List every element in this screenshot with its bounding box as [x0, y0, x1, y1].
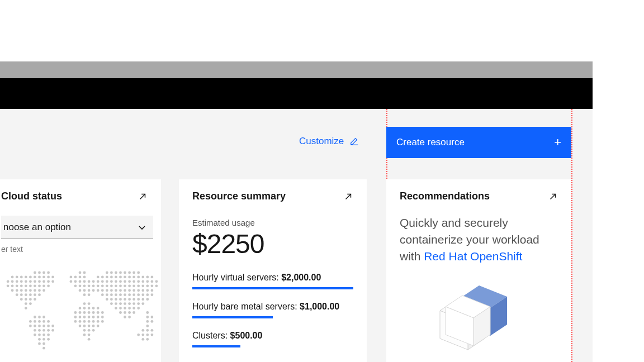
customize-button[interactable]: Customize — [299, 136, 359, 147]
svg-point-40 — [151, 276, 154, 279]
svg-point-157 — [137, 298, 140, 301]
svg-point-44 — [20, 280, 23, 283]
svg-point-155 — [128, 298, 131, 301]
svg-point-124 — [146, 289, 149, 292]
svg-point-164 — [110, 302, 113, 305]
svg-point-116 — [110, 289, 113, 292]
svg-point-134 — [101, 293, 104, 296]
svg-point-241 — [83, 329, 86, 332]
svg-point-230 — [79, 325, 82, 327]
svg-point-28 — [97, 276, 100, 279]
status-select[interactable]: noose an option — [1, 216, 153, 239]
svg-point-212 — [38, 320, 41, 323]
svg-point-77 — [29, 284, 32, 287]
external-link-icon[interactable] — [343, 192, 353, 202]
svg-point-38 — [141, 276, 144, 279]
svg-point-119 — [124, 289, 126, 292]
svg-point-227 — [42, 325, 45, 327]
svg-point-89 — [106, 284, 108, 287]
svg-point-32 — [115, 276, 117, 279]
svg-point-26 — [79, 276, 82, 279]
svg-point-81 — [47, 284, 50, 287]
recommendations-card: Recommendations Quickly and securely con… — [386, 179, 571, 362]
svg-point-31 — [110, 276, 113, 279]
svg-point-236 — [34, 329, 36, 332]
plus-icon: + — [554, 135, 561, 150]
svg-point-90 — [110, 284, 113, 287]
card-title: Cloud status — [1, 190, 62, 202]
svg-point-185 — [79, 311, 82, 314]
recommendation-link[interactable]: Red Hat OpenShift — [424, 250, 522, 263]
svg-point-10 — [124, 272, 126, 274]
svg-point-144 — [146, 293, 149, 296]
svg-point-245 — [146, 329, 149, 332]
svg-point-87 — [97, 284, 100, 287]
svg-point-64 — [124, 280, 126, 283]
svg-point-261 — [141, 338, 144, 341]
svg-point-147 — [25, 298, 27, 301]
svg-point-182 — [132, 307, 135, 309]
svg-point-63 — [119, 280, 122, 283]
svg-point-235 — [146, 325, 149, 327]
svg-point-7 — [110, 272, 113, 274]
svg-point-216 — [79, 320, 82, 323]
svg-point-51 — [51, 280, 54, 283]
svg-point-52 — [70, 280, 73, 283]
svg-point-263 — [38, 342, 41, 345]
svg-point-24 — [70, 276, 73, 279]
svg-point-262 — [146, 338, 149, 341]
svg-point-48 — [38, 280, 41, 283]
svg-point-239 — [47, 329, 50, 332]
svg-point-30 — [106, 276, 108, 279]
svg-point-220 — [97, 320, 100, 323]
svg-point-184 — [74, 311, 77, 314]
svg-point-23 — [51, 276, 54, 279]
svg-point-204 — [97, 316, 100, 318]
svg-point-62 — [115, 280, 117, 283]
external-link-icon[interactable] — [548, 192, 558, 202]
svg-point-148 — [29, 298, 32, 301]
svg-point-66 — [132, 280, 135, 283]
svg-point-221 — [101, 320, 104, 323]
svg-point-41 — [7, 280, 10, 283]
svg-point-74 — [16, 284, 18, 287]
create-resource-button[interactable]: Create resource + — [386, 127, 571, 158]
svg-point-6 — [106, 272, 108, 274]
svg-point-161 — [29, 302, 32, 305]
svg-point-14 — [11, 276, 14, 279]
svg-point-175 — [88, 307, 91, 309]
svg-point-251 — [83, 334, 86, 336]
svg-point-106 — [34, 289, 36, 292]
cloud-status-card: Cloud status noose an option er text — [0, 179, 161, 362]
svg-point-237 — [38, 329, 41, 332]
svg-point-218 — [88, 320, 91, 323]
svg-point-18 — [29, 276, 32, 279]
svg-point-176 — [92, 307, 95, 309]
svg-point-17 — [25, 276, 27, 279]
svg-point-61 — [110, 280, 113, 283]
svg-point-174 — [83, 307, 86, 309]
svg-point-83 — [79, 284, 82, 287]
svg-point-173 — [79, 307, 82, 309]
svg-point-196 — [34, 316, 36, 318]
svg-point-171 — [141, 302, 144, 305]
svg-point-163 — [88, 302, 91, 305]
svg-point-112 — [92, 289, 95, 292]
svg-point-240 — [51, 329, 54, 332]
svg-point-195 — [146, 311, 149, 314]
svg-point-180 — [124, 307, 126, 309]
svg-point-256 — [151, 334, 154, 336]
svg-point-187 — [88, 311, 91, 314]
svg-point-202 — [88, 316, 91, 318]
svg-point-55 — [83, 280, 86, 283]
svg-point-246 — [151, 329, 154, 332]
svg-point-58 — [97, 280, 100, 283]
svg-point-165 — [115, 302, 117, 305]
svg-point-153 — [119, 298, 122, 301]
svg-point-88 — [101, 284, 104, 287]
svg-point-121 — [132, 289, 135, 292]
external-link-icon[interactable] — [138, 192, 148, 202]
svg-point-260 — [88, 338, 91, 341]
card-header: Cloud status — [1, 190, 148, 202]
svg-point-172 — [25, 307, 27, 309]
